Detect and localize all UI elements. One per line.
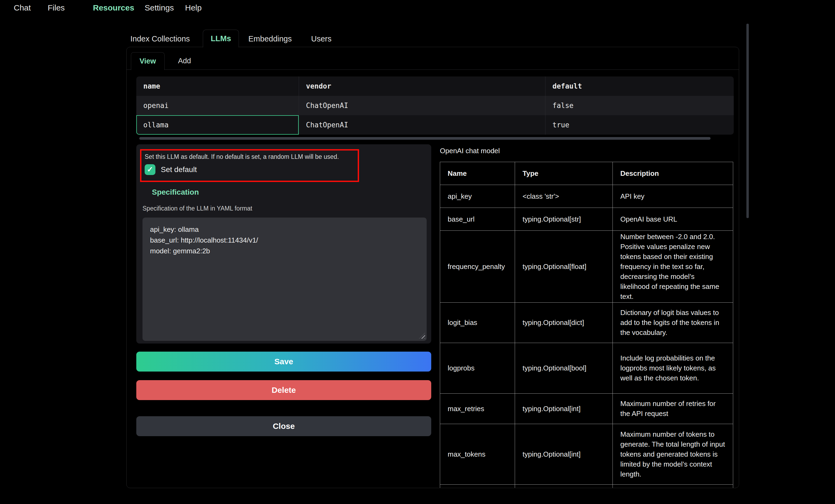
nav-item-help[interactable]: Help (185, 3, 202, 13)
cell-vendor[interactable]: ChatOpenAI (299, 115, 545, 134)
cell-name[interactable]: openai (136, 96, 299, 115)
set-default-checkbox[interactable]: ✓ (145, 164, 156, 175)
param-desc (613, 485, 733, 488)
param-name: api_key (440, 185, 515, 208)
param-name (440, 485, 515, 488)
top-navigation: Chat Files Resources Settings Help (0, 0, 835, 16)
nav-item-settings[interactable]: Settings (145, 3, 174, 13)
column-header-default: default (545, 77, 734, 96)
params-table: Name Type Description api_key <class 'st… (440, 162, 733, 488)
subtab-divider (127, 69, 739, 70)
column-header-vendor: vendor (299, 77, 545, 96)
cell-vendor[interactable]: ChatOpenAI (299, 96, 545, 115)
param-desc: Maximum number of tokens to generate. Th… (613, 424, 733, 485)
params-col-type: Type (515, 162, 613, 185)
param-type: <class 'str'> (515, 185, 613, 208)
param-type: typing.Optional[bool] (515, 343, 613, 394)
table-row-openai[interactable]: openai ChatOpenAI false (136, 96, 734, 115)
param-type (515, 485, 613, 488)
param-name: max_retries (440, 394, 515, 424)
annotation-red-box: Set this LLM as default. If no default i… (140, 149, 359, 182)
param-desc: Number between -2.0 and 2.0. Positive va… (613, 231, 733, 302)
specification-subtitle: Specification of the LLM in YAML format (142, 205, 252, 212)
selected-cell-outline (136, 115, 299, 134)
llm-table-header: name vendor default (136, 77, 734, 96)
nav-item-files[interactable]: Files (48, 3, 65, 13)
tab-llms[interactable]: LLMs (203, 29, 239, 47)
param-desc: Include log probabilities on the logprob… (613, 343, 733, 394)
params-header-row: Name Type Description (440, 162, 733, 185)
cell-default[interactable]: false (545, 96, 734, 115)
delete-button[interactable]: Delete (136, 380, 431, 400)
params-col-description: Description (613, 162, 733, 185)
param-row-partial (440, 485, 733, 488)
param-type: typing.Optional[int] (515, 424, 613, 485)
save-button[interactable]: Save (136, 352, 431, 372)
cell-default[interactable]: true (545, 115, 734, 134)
param-type: typing.Optional[float] (515, 231, 613, 302)
param-name: frequency_penalty (440, 231, 515, 302)
param-row-max-tokens: max_tokens typing.Optional[int] Maximum … (440, 424, 733, 485)
tab-users[interactable]: Users (311, 35, 331, 43)
close-button[interactable]: Close (136, 416, 431, 436)
param-name: logprobs (440, 343, 515, 394)
nav-item-chat[interactable]: Chat (14, 3, 31, 13)
tab-embeddings[interactable]: Embeddings (248, 35, 292, 43)
param-row-frequency-penalty: frequency_penalty typing.Optional[float]… (440, 231, 733, 302)
param-row-max-retries: max_retries typing.Optional[int] Maximum… (440, 394, 733, 424)
param-type: typing.Optional[dict] (515, 302, 613, 343)
param-row-logit-bias: logit_bias typing.Optional[dict] Diction… (440, 302, 733, 343)
tab-index-collections[interactable]: Index Collections (130, 35, 190, 43)
param-name: logit_bias (440, 302, 515, 343)
llm-detail-card: Set this LLM as default. If no default i… (136, 144, 431, 343)
param-type: typing.Optional[int] (515, 394, 613, 424)
yaml-spec-textarea[interactable]: api_key: ollama base_url: http://localho… (142, 217, 427, 341)
params-panel-title: OpenAI chat model (440, 147, 500, 155)
param-row-base-url: base_url typing.Optional[str] OpenAI bas… (440, 208, 733, 231)
horizontal-scrollbar[interactable] (139, 137, 711, 140)
param-desc: OpenAI base URL (613, 208, 733, 231)
param-row-api-key: api_key <class 'str'> API key (440, 185, 733, 208)
param-row-logprobs: logprobs typing.Optional[bool] Include l… (440, 343, 733, 394)
specification-heading: Specification (152, 188, 199, 196)
subtab-add[interactable]: Add (170, 52, 199, 69)
subtab-view[interactable]: View (131, 52, 165, 70)
param-desc: Maximum number of retries for the API re… (613, 394, 733, 424)
param-desc: API key (613, 185, 733, 208)
default-hint-text: Set this LLM as default. If no default i… (145, 153, 354, 161)
param-name: max_tokens (440, 424, 515, 485)
param-type: typing.Optional[str] (515, 208, 613, 231)
params-col-name: Name (440, 162, 515, 185)
llms-panel: View Add name vendor default openai Chat… (126, 47, 739, 488)
param-desc: Dictionary of logit bias values to add t… (613, 302, 733, 343)
set-default-row: ✓ Set default (145, 164, 354, 175)
param-name: base_url (440, 208, 515, 231)
vertical-scrollbar[interactable] (746, 24, 749, 218)
nav-item-resources[interactable]: Resources (93, 3, 134, 13)
set-default-label: Set default (161, 165, 197, 174)
column-header-name: name (136, 77, 299, 96)
